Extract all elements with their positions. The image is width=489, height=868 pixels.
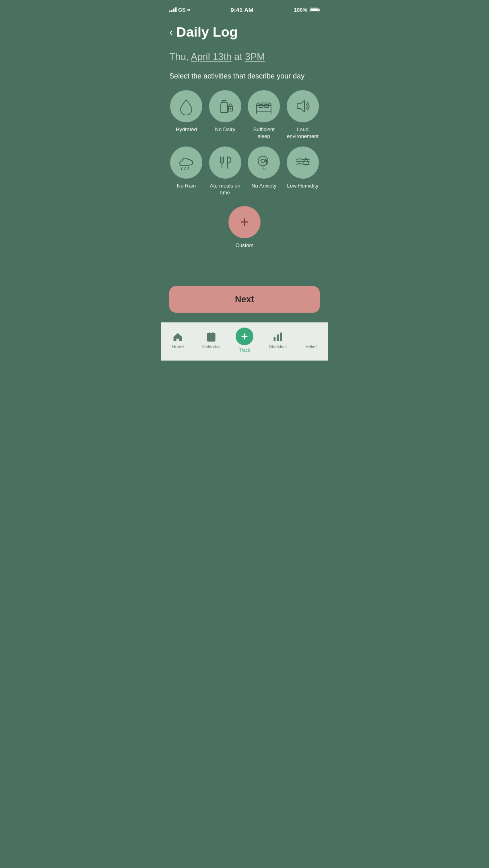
- loud-environment-label: Loud environement: [286, 126, 320, 140]
- section-subtitle: Select the activities that describe your…: [169, 72, 320, 80]
- home-icon: [172, 331, 183, 342]
- svg-rect-20: [280, 333, 282, 341]
- battery-icon: [310, 8, 320, 12]
- svg-line-5: [181, 167, 182, 170]
- loud-environment-circle: [287, 90, 319, 122]
- custom-circle: +: [228, 206, 261, 238]
- activity-sufficient-sleep[interactable]: Sufficient sleep: [247, 90, 281, 140]
- nav-home[interactable]: Home: [166, 331, 190, 349]
- header: ‹ Daily Log: [161, 18, 328, 48]
- humidity-icon: [294, 154, 312, 171]
- svg-marker-4: [297, 101, 304, 112]
- ate-meals-label: Ate meals on time: [208, 183, 242, 196]
- nav-calendar-label: Calendar: [202, 344, 220, 349]
- no-anxiety-label: No Anxiety: [251, 183, 276, 190]
- custom-item[interactable]: + Custom: [169, 206, 320, 248]
- statistics-icon: [272, 331, 284, 342]
- next-button-container: Next: [161, 280, 328, 322]
- hydrated-label: Hydrated: [176, 126, 197, 133]
- next-button[interactable]: Next: [169, 286, 320, 313]
- nav-track[interactable]: Track: [232, 328, 257, 353]
- activity-ate-meals[interactable]: Ate meals on time: [208, 146, 242, 196]
- custom-label: Custom: [236, 242, 254, 248]
- time-link[interactable]: 3PM: [245, 51, 265, 62]
- sufficient-sleep-label: Sufficient sleep: [247, 126, 281, 140]
- page-title: Daily Log: [176, 24, 238, 40]
- fork-knife-icon: [216, 154, 234, 171]
- nav-relief-label: Relief: [306, 344, 317, 349]
- nav-statistics[interactable]: Statistics: [266, 331, 290, 349]
- no-rain-label: No Rain: [177, 183, 196, 190]
- activity-loud-environment[interactable]: Loud environement: [286, 90, 320, 140]
- wifi-icon: ≈: [187, 7, 190, 13]
- drop-icon: [177, 97, 195, 115]
- plus-nav-icon: [240, 332, 249, 341]
- hydrated-circle: [170, 90, 202, 122]
- plus-icon: +: [240, 215, 249, 229]
- activities-grid: Hydrated No Dairy: [169, 90, 320, 196]
- no-dairy-label: No Dairy: [215, 126, 235, 133]
- cloud-rain-icon: [177, 154, 195, 171]
- nav-relief[interactable]: Relief: [299, 331, 323, 349]
- relief-icon: [306, 331, 317, 342]
- no-dairy-icon: [216, 97, 234, 115]
- svg-point-0: [230, 108, 231, 109]
- low-humidity-circle: [287, 146, 319, 179]
- nav-calendar[interactable]: Calendar: [199, 331, 223, 349]
- ate-meals-circle: [209, 146, 241, 179]
- status-bar: GS ≈ 9:41 AM 100%: [161, 0, 328, 18]
- no-rain-circle: [170, 146, 202, 179]
- svg-rect-12: [207, 333, 216, 342]
- status-left: GS ≈: [169, 7, 190, 13]
- svg-point-11: [266, 160, 267, 161]
- no-dairy-circle: [209, 90, 241, 122]
- back-button[interactable]: ‹ Daily Log: [169, 24, 320, 40]
- activity-no-rain[interactable]: No Rain: [169, 146, 203, 196]
- sufficient-sleep-circle: [248, 90, 280, 122]
- svg-rect-3: [265, 104, 269, 107]
- no-anxiety-circle: [248, 146, 280, 179]
- speaker-icon: [294, 97, 312, 115]
- track-circle: [236, 328, 253, 345]
- activity-no-dairy[interactable]: No Dairy: [208, 90, 242, 140]
- svg-rect-18: [273, 337, 275, 341]
- status-right: 100%: [294, 7, 320, 13]
- activities-section: Select the activities that describe your…: [161, 69, 328, 280]
- date-middle: at: [232, 51, 245, 62]
- low-humidity-label: Low Humidity: [287, 183, 318, 190]
- signal-icon: [169, 7, 177, 12]
- bed-icon: [255, 97, 273, 115]
- svg-rect-19: [277, 334, 279, 341]
- battery-percent: 100%: [294, 7, 307, 13]
- nav-track-label: Track: [239, 348, 250, 353]
- svg-line-7: [188, 167, 189, 170]
- activity-low-humidity[interactable]: Low Humidity: [286, 146, 320, 196]
- date-prefix: Thu,: [169, 51, 191, 62]
- activity-no-anxiety[interactable]: No Anxiety: [247, 146, 281, 196]
- bottom-nav: Home Calendar Track Statistics: [161, 322, 328, 361]
- carrier-label: GS: [178, 7, 186, 13]
- head-icon: [255, 154, 273, 171]
- status-time: 9:41 AM: [230, 6, 253, 13]
- nav-home-label: Home: [172, 344, 184, 349]
- date-section: Thu, April 13th at 3PM: [161, 48, 328, 69]
- svg-line-6: [185, 167, 185, 170]
- date-link[interactable]: April 13th: [191, 51, 231, 62]
- date-display: Thu, April 13th at 3PM: [169, 51, 320, 62]
- back-arrow-icon: ‹: [169, 27, 173, 38]
- svg-rect-2: [259, 104, 263, 107]
- nav-statistics-label: Statistics: [269, 344, 287, 349]
- calendar-icon: [205, 331, 217, 342]
- activity-hydrated[interactable]: Hydrated: [169, 90, 203, 140]
